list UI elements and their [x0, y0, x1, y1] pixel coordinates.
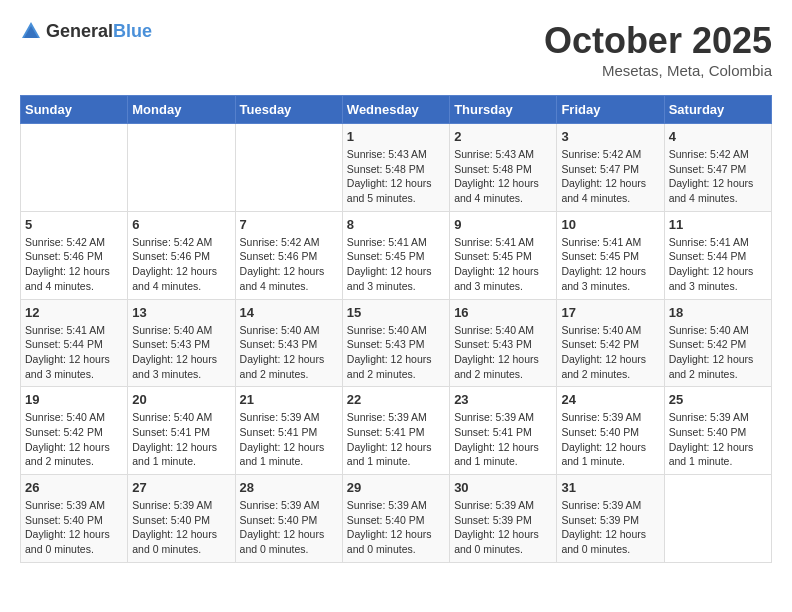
- day-number: 12: [25, 305, 123, 320]
- col-monday: Monday: [128, 96, 235, 124]
- day-info: Sunrise: 5:43 AM Sunset: 5:48 PM Dayligh…: [454, 147, 552, 206]
- day-info: Sunrise: 5:40 AM Sunset: 5:43 PM Dayligh…: [454, 323, 552, 382]
- day-number: 7: [240, 217, 338, 232]
- calendar-week-row: 5Sunrise: 5:42 AM Sunset: 5:46 PM Daylig…: [21, 211, 772, 299]
- table-row: 22Sunrise: 5:39 AM Sunset: 5:41 PM Dayli…: [342, 387, 449, 475]
- table-row: 5Sunrise: 5:42 AM Sunset: 5:46 PM Daylig…: [21, 211, 128, 299]
- day-number: 9: [454, 217, 552, 232]
- day-number: 13: [132, 305, 230, 320]
- title-area: October 2025 Mesetas, Meta, Colombia: [544, 20, 772, 79]
- calendar-header-row: Sunday Monday Tuesday Wednesday Thursday…: [21, 96, 772, 124]
- table-row: 31Sunrise: 5:39 AM Sunset: 5:39 PM Dayli…: [557, 475, 664, 563]
- day-info: Sunrise: 5:39 AM Sunset: 5:40 PM Dayligh…: [669, 410, 767, 469]
- day-info: Sunrise: 5:39 AM Sunset: 5:41 PM Dayligh…: [240, 410, 338, 469]
- table-row: 27Sunrise: 5:39 AM Sunset: 5:40 PM Dayli…: [128, 475, 235, 563]
- day-info: Sunrise: 5:40 AM Sunset: 5:42 PM Dayligh…: [561, 323, 659, 382]
- calendar-week-row: 26Sunrise: 5:39 AM Sunset: 5:40 PM Dayli…: [21, 475, 772, 563]
- day-info: Sunrise: 5:39 AM Sunset: 5:41 PM Dayligh…: [454, 410, 552, 469]
- table-row: 2Sunrise: 5:43 AM Sunset: 5:48 PM Daylig…: [450, 124, 557, 212]
- day-info: Sunrise: 5:42 AM Sunset: 5:46 PM Dayligh…: [25, 235, 123, 294]
- header: GeneralBlue October 2025 Mesetas, Meta, …: [20, 20, 772, 79]
- day-info: Sunrise: 5:40 AM Sunset: 5:41 PM Dayligh…: [132, 410, 230, 469]
- day-number: 25: [669, 392, 767, 407]
- day-number: 6: [132, 217, 230, 232]
- day-number: 17: [561, 305, 659, 320]
- table-row: 28Sunrise: 5:39 AM Sunset: 5:40 PM Dayli…: [235, 475, 342, 563]
- day-number: 27: [132, 480, 230, 495]
- day-number: 16: [454, 305, 552, 320]
- table-row: 18Sunrise: 5:40 AM Sunset: 5:42 PM Dayli…: [664, 299, 771, 387]
- day-number: 5: [25, 217, 123, 232]
- day-info: Sunrise: 5:41 AM Sunset: 5:45 PM Dayligh…: [347, 235, 445, 294]
- day-info: Sunrise: 5:40 AM Sunset: 5:43 PM Dayligh…: [347, 323, 445, 382]
- table-row: 8Sunrise: 5:41 AM Sunset: 5:45 PM Daylig…: [342, 211, 449, 299]
- day-number: 24: [561, 392, 659, 407]
- calendar-week-row: 12Sunrise: 5:41 AM Sunset: 5:44 PM Dayli…: [21, 299, 772, 387]
- table-row: 25Sunrise: 5:39 AM Sunset: 5:40 PM Dayli…: [664, 387, 771, 475]
- day-info: Sunrise: 5:39 AM Sunset: 5:40 PM Dayligh…: [132, 498, 230, 557]
- table-row: 12Sunrise: 5:41 AM Sunset: 5:44 PM Dayli…: [21, 299, 128, 387]
- table-row: [128, 124, 235, 212]
- day-info: Sunrise: 5:41 AM Sunset: 5:44 PM Dayligh…: [669, 235, 767, 294]
- logo-icon: [20, 20, 42, 42]
- table-row: [235, 124, 342, 212]
- calendar-week-row: 1Sunrise: 5:43 AM Sunset: 5:48 PM Daylig…: [21, 124, 772, 212]
- table-row: [21, 124, 128, 212]
- day-info: Sunrise: 5:43 AM Sunset: 5:48 PM Dayligh…: [347, 147, 445, 206]
- table-row: 24Sunrise: 5:39 AM Sunset: 5:40 PM Dayli…: [557, 387, 664, 475]
- table-row: [664, 475, 771, 563]
- day-number: 23: [454, 392, 552, 407]
- day-number: 20: [132, 392, 230, 407]
- logo: GeneralBlue: [20, 20, 152, 42]
- day-number: 26: [25, 480, 123, 495]
- col-wednesday: Wednesday: [342, 96, 449, 124]
- table-row: 16Sunrise: 5:40 AM Sunset: 5:43 PM Dayli…: [450, 299, 557, 387]
- table-row: 7Sunrise: 5:42 AM Sunset: 5:46 PM Daylig…: [235, 211, 342, 299]
- calendar-table: Sunday Monday Tuesday Wednesday Thursday…: [20, 95, 772, 563]
- month-title: October 2025: [544, 20, 772, 62]
- day-number: 18: [669, 305, 767, 320]
- table-row: 15Sunrise: 5:40 AM Sunset: 5:43 PM Dayli…: [342, 299, 449, 387]
- table-row: 13Sunrise: 5:40 AM Sunset: 5:43 PM Dayli…: [128, 299, 235, 387]
- col-friday: Friday: [557, 96, 664, 124]
- table-row: 26Sunrise: 5:39 AM Sunset: 5:40 PM Dayli…: [21, 475, 128, 563]
- table-row: 1Sunrise: 5:43 AM Sunset: 5:48 PM Daylig…: [342, 124, 449, 212]
- day-number: 2: [454, 129, 552, 144]
- day-info: Sunrise: 5:42 AM Sunset: 5:47 PM Dayligh…: [561, 147, 659, 206]
- day-number: 3: [561, 129, 659, 144]
- table-row: 10Sunrise: 5:41 AM Sunset: 5:45 PM Dayli…: [557, 211, 664, 299]
- table-row: 14Sunrise: 5:40 AM Sunset: 5:43 PM Dayli…: [235, 299, 342, 387]
- table-row: 29Sunrise: 5:39 AM Sunset: 5:40 PM Dayli…: [342, 475, 449, 563]
- logo-text-general: General: [46, 21, 113, 41]
- location-title: Mesetas, Meta, Colombia: [544, 62, 772, 79]
- day-number: 11: [669, 217, 767, 232]
- day-info: Sunrise: 5:42 AM Sunset: 5:46 PM Dayligh…: [132, 235, 230, 294]
- day-number: 4: [669, 129, 767, 144]
- day-info: Sunrise: 5:40 AM Sunset: 5:42 PM Dayligh…: [669, 323, 767, 382]
- day-number: 22: [347, 392, 445, 407]
- table-row: 4Sunrise: 5:42 AM Sunset: 5:47 PM Daylig…: [664, 124, 771, 212]
- calendar-week-row: 19Sunrise: 5:40 AM Sunset: 5:42 PM Dayli…: [21, 387, 772, 475]
- day-info: Sunrise: 5:39 AM Sunset: 5:40 PM Dayligh…: [561, 410, 659, 469]
- table-row: 21Sunrise: 5:39 AM Sunset: 5:41 PM Dayli…: [235, 387, 342, 475]
- day-info: Sunrise: 5:42 AM Sunset: 5:46 PM Dayligh…: [240, 235, 338, 294]
- table-row: 23Sunrise: 5:39 AM Sunset: 5:41 PM Dayli…: [450, 387, 557, 475]
- table-row: 3Sunrise: 5:42 AM Sunset: 5:47 PM Daylig…: [557, 124, 664, 212]
- table-row: 17Sunrise: 5:40 AM Sunset: 5:42 PM Dayli…: [557, 299, 664, 387]
- day-info: Sunrise: 5:39 AM Sunset: 5:41 PM Dayligh…: [347, 410, 445, 469]
- col-tuesday: Tuesday: [235, 96, 342, 124]
- logo-text-blue: Blue: [113, 21, 152, 41]
- day-number: 19: [25, 392, 123, 407]
- day-info: Sunrise: 5:40 AM Sunset: 5:43 PM Dayligh…: [240, 323, 338, 382]
- day-info: Sunrise: 5:39 AM Sunset: 5:40 PM Dayligh…: [25, 498, 123, 557]
- day-number: 21: [240, 392, 338, 407]
- day-number: 14: [240, 305, 338, 320]
- day-info: Sunrise: 5:41 AM Sunset: 5:45 PM Dayligh…: [454, 235, 552, 294]
- day-info: Sunrise: 5:41 AM Sunset: 5:44 PM Dayligh…: [25, 323, 123, 382]
- day-info: Sunrise: 5:39 AM Sunset: 5:39 PM Dayligh…: [454, 498, 552, 557]
- day-info: Sunrise: 5:40 AM Sunset: 5:42 PM Dayligh…: [25, 410, 123, 469]
- day-info: Sunrise: 5:39 AM Sunset: 5:40 PM Dayligh…: [240, 498, 338, 557]
- day-number: 29: [347, 480, 445, 495]
- day-info: Sunrise: 5:39 AM Sunset: 5:39 PM Dayligh…: [561, 498, 659, 557]
- day-number: 8: [347, 217, 445, 232]
